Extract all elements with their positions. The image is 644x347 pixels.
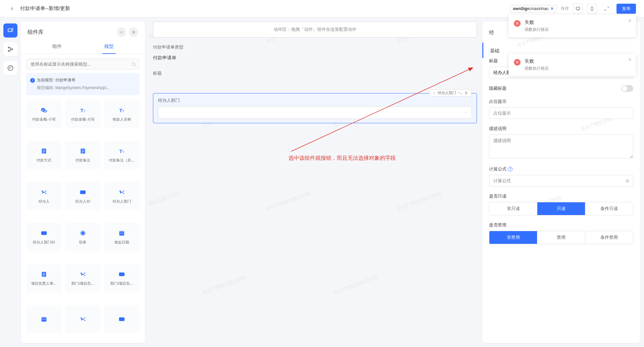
doc-icon	[40, 270, 48, 278]
component-card[interactable]: TT收款人全称	[104, 100, 140, 128]
field-title[interactable]: 标题	[153, 70, 477, 86]
component-card[interactable]: 经办人部门	[104, 182, 140, 210]
svg-rect-37	[43, 274, 45, 275]
component-card[interactable]: TT付款金额-大写	[65, 100, 101, 128]
toast-close-button[interactable]: ✕	[628, 18, 632, 23]
readonly-group-option[interactable]: 非只读	[489, 202, 537, 215]
component-card[interactable]: 职务	[65, 223, 101, 251]
component-label: 付款备注（其...	[108, 158, 136, 163]
field-payment-type[interactable]: 付款申请单类型 付款申请单	[153, 44, 477, 63]
library-pin-button[interactable]	[117, 27, 126, 37]
disabled-group-option[interactable]: 非禁用	[489, 231, 537, 244]
svg-rect-38	[43, 276, 44, 276]
svg-point-48	[433, 92, 434, 92]
owner-sign-close[interactable]: ✕	[550, 6, 554, 11]
rail-structure-button[interactable]	[3, 42, 17, 56]
component-card[interactable]: 123部门/项目负...	[104, 264, 140, 292]
rail-inspect-button[interactable]	[3, 61, 17, 75]
prop-description: 描述说明	[489, 126, 633, 159]
svg-point-51	[434, 92, 435, 92]
prop-formula-input[interactable]	[489, 175, 633, 187]
search-input[interactable]	[26, 59, 140, 70]
svg-text:T: T	[80, 108, 84, 113]
struct-icon	[79, 229, 87, 237]
id-icon: 123	[118, 270, 126, 278]
back-button[interactable]	[8, 5, 16, 13]
page-title: 付款申请单--新增/更新	[20, 5, 70, 12]
search-icon	[131, 62, 136, 67]
prop-description-input[interactable]	[489, 134, 633, 158]
drag-handle-icon[interactable]	[432, 91, 436, 95]
component-card[interactable]: 123经办人部门ID	[26, 223, 62, 251]
field-operator-dept-selected[interactable]: 经办人部门 经办人部门	[153, 93, 477, 123]
component-label: 付款备注	[74, 158, 92, 163]
help-icon[interactable]: ?	[508, 167, 513, 171]
component-card[interactable]: 发起日期	[104, 223, 140, 251]
watermark: 非生产授权@数式科技	[148, 191, 181, 212]
action-drop-zone[interactable]: 动作区：拖拽「动作」组件在这里配置动作	[153, 21, 477, 38]
toast-close-button[interactable]: ✕	[628, 57, 632, 62]
chevron-down-icon	[464, 111, 468, 115]
id-icon: 123	[40, 229, 48, 237]
svg-rect-17	[43, 150, 45, 150]
header-device-button[interactable]	[573, 4, 583, 14]
relation-icon	[118, 188, 126, 196]
select-dropdown[interactable]	[158, 106, 472, 119]
delete-icon[interactable]	[464, 91, 468, 95]
readonly-group-option[interactable]: 只读	[537, 202, 585, 215]
text-icon: TT	[79, 106, 87, 114]
svg-point-5	[11, 49, 12, 50]
svg-point-6	[8, 66, 13, 71]
svg-point-52	[434, 93, 435, 93]
save-status: 保存	[561, 6, 569, 11]
library-title: 组件库	[28, 29, 117, 36]
component-card[interactable]: 付款金额-小写	[26, 100, 62, 128]
rail-components-button[interactable]	[3, 23, 17, 38]
header-mobile-button[interactable]	[587, 4, 597, 14]
tab-model[interactable]: 模型	[83, 40, 135, 54]
owner-sign-tag: ownSign:maxinhao ✕	[510, 5, 557, 12]
header-expand-button[interactable]	[601, 5, 612, 13]
component-card[interactable]: 付款备注	[65, 141, 101, 169]
prop-placeholder-input[interactable]	[489, 107, 633, 119]
text-icon: TT	[118, 106, 126, 114]
selected-field-toolbar: 经办人部门	[429, 89, 471, 96]
error-icon: ✕	[514, 59, 521, 66]
component-card[interactable]: 部门/项目负...	[65, 264, 101, 292]
library-close-button[interactable]: ✕	[129, 27, 138, 37]
prop-disabled: 是否禁用 非禁用禁用条件禁用	[489, 222, 633, 244]
error-toast: ✕ 失败 函数执行错误 ✕	[508, 54, 636, 76]
component-card[interactable]: 项目负责人审...	[26, 264, 62, 292]
gear-icon[interactable]	[625, 179, 630, 183]
svg-rect-34	[123, 233, 123, 234]
pin-icon	[119, 30, 123, 34]
component-card[interactable]: 付款方式	[26, 141, 62, 169]
hide-title-toggle[interactable]	[621, 85, 633, 92]
component-card[interactable]: 123经办人ID	[65, 182, 101, 210]
svg-text:123: 123	[120, 318, 124, 321]
tab-components[interactable]: 组件	[31, 40, 83, 54]
component-card[interactable]: TT付款备注（其...	[104, 141, 140, 169]
library-search	[26, 59, 140, 70]
readonly-group-option[interactable]: 条件只读	[585, 202, 633, 215]
canvas: 非生产授权@数式科技 非生产授权@数式科技 非生产授权@数式科技 非生产授权@数…	[148, 17, 482, 347]
component-label: 项目负责人审...	[30, 281, 58, 286]
swap-icon[interactable]	[458, 91, 462, 95]
disabled-button-group: 非禁用禁用条件禁用	[489, 231, 633, 244]
component-library: 组件库 ✕ 组件 模型 i 当前模型: 付款申请单	[21, 21, 145, 343]
date-icon	[118, 229, 126, 237]
component-card[interactable]: 123	[104, 305, 140, 333]
svg-rect-42	[42, 317, 47, 319]
svg-rect-21	[82, 150, 84, 150]
component-card[interactable]	[26, 305, 62, 333]
disabled-group-option[interactable]: 条件禁用	[585, 231, 633, 244]
disabled-group-option[interactable]: 禁用	[537, 231, 585, 244]
id-icon: 123	[118, 315, 126, 323]
svg-rect-32	[120, 233, 121, 234]
svg-rect-45	[45, 319, 46, 320]
field-label: 经办人部门	[158, 97, 472, 103]
component-card[interactable]	[65, 305, 101, 333]
svg-rect-44	[44, 319, 44, 320]
publish-button[interactable]: 发布	[616, 4, 636, 14]
component-card[interactable]: 经办人	[26, 182, 62, 210]
